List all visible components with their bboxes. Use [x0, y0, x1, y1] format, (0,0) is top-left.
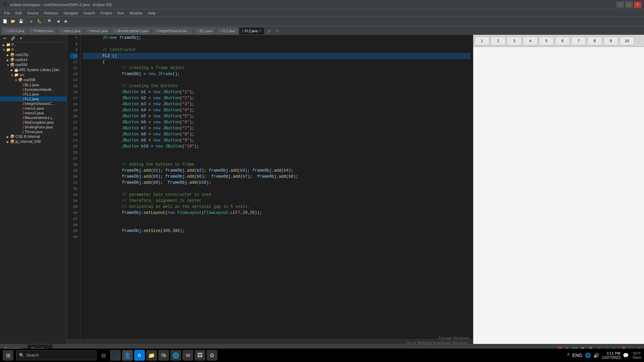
sidebar-item-IntegerDivision[interactable]: JIntegerDivisionC... [0, 101, 67, 106]
sidebar-item-Throw[interactable]: JThrow.java [0, 129, 67, 134]
code-content[interactable]: JFrame frameObj; // constructor FL2 () {… [80, 35, 473, 339]
menu-window[interactable]: Window [127, 10, 145, 16]
sidebar-item-cse514[interactable]: ▶📦cse514 [0, 57, 67, 62]
code-editor[interactable]: 7 8 9 10 11 12 13 14 15 16 17 18 19 20 2… [67, 35, 473, 339]
sidebar-item-jre[interactable]: ▶☕ JRE System Library [Jav [0, 67, 67, 72]
num-btn-7[interactable]: 7 [571, 37, 586, 45]
tab-menu2[interactable]: J menu2.java [84, 27, 111, 35]
num-btn-8[interactable]: 8 [587, 37, 602, 45]
sidebar-item-Mouselistener1[interactable]: JMouselistener1.j... [0, 115, 67, 120]
close-button[interactable]: ✕ [634, 2, 641, 8]
sidebar-item-CSE-B-Internal[interactable]: ▶📦CSE B Internal [0, 134, 67, 139]
tab-LE514[interactable]: J LE514.java [1, 27, 27, 35]
new-button[interactable]: 📄 [1, 18, 9, 25]
java-file-icon: J [60, 29, 62, 33]
menu-edit[interactable]: Edit [13, 10, 24, 16]
debug-button[interactable]: 🐛 [36, 18, 43, 25]
menu-help[interactable]: Help [145, 10, 158, 16]
notification-icon[interactable]: 💬 [623, 353, 629, 358]
sidebar-item-MyException[interactable]: JMyException.java [0, 120, 67, 125]
sidebar-item-menu2[interactable]: Jmenu2.java [0, 111, 67, 115]
menu-search[interactable]: Search [81, 10, 98, 16]
menu-project[interactable]: Project [98, 10, 114, 16]
menu-run[interactable]: Run [115, 10, 127, 16]
volume-icon[interactable]: 🔊 [593, 353, 599, 358]
taskbar-search-bar[interactable]: 🔍 Search [16, 350, 97, 360]
back-button[interactable]: ◀ [54, 18, 62, 25]
sidebar-item-cse558-pkg[interactable]: ▼📦cse558 [0, 77, 67, 82]
chrome-icon[interactable]: 🌐 [170, 350, 181, 361]
num-btn-6[interactable]: 6 [555, 37, 570, 45]
sidebar-item-jp-internal-549[interactable]: ▶📦jp_internal_549 [0, 139, 67, 144]
java-file-icon: J [114, 29, 116, 33]
tab-scroll-right[interactable]: ▷ [266, 27, 273, 35]
network-icon[interactable]: 🌐 [585, 353, 591, 358]
sidebar-item-p1[interactable]: ▶📁P... [0, 42, 67, 47]
sidebar-item-SmilingFace[interactable]: JSmilingFace.java [0, 125, 67, 129]
search-btn[interactable]: 🔍 [46, 18, 54, 25]
java-file-icon: J [219, 29, 221, 33]
num-btn-5[interactable]: 5 [539, 37, 554, 45]
num-btn-4[interactable]: 4 [523, 37, 538, 45]
menu-source[interactable]: Source [24, 10, 42, 16]
task-view-button[interactable]: ⊟ [98, 350, 109, 361]
tab-FL2[interactable]: J FL2.java ✕ [239, 27, 265, 35]
activate-windows-notice: Activate Windows Go to Settings to activ… [406, 336, 470, 345]
tab-Problem[interactable]: J Problem.java [28, 27, 56, 35]
run-button[interactable]: ▶ [28, 18, 35, 25]
sidebar-item-p2[interactable]: ▼📁P... [0, 47, 67, 52]
menu-file[interactable]: File [1, 10, 13, 16]
start-button[interactable]: ⊞ [3, 350, 13, 361]
tab-BL1[interactable]: J BL1.java [194, 27, 216, 35]
tab-MouseListener1[interactable]: J MouseListener1.java [111, 27, 151, 35]
sidebar-item-menu1[interactable]: Jmenu1.java [0, 106, 67, 111]
minimize-button[interactable]: ─ [616, 2, 624, 8]
link-with-editor-icon[interactable]: 🔗 [9, 35, 17, 42]
eclipse-taskbar-icon[interactable]: 🌑 [110, 350, 121, 361]
tab-label: FL1.java [222, 29, 235, 33]
sidebar-item-ExceptionHandli[interactable]: JExceptionHandli... [0, 87, 67, 92]
num-btn-2[interactable]: 2 [491, 37, 505, 45]
save-button[interactable]: 💾 [17, 18, 25, 25]
num-btn-9[interactable]: 9 [603, 37, 618, 45]
java-file-icon: J [87, 29, 89, 33]
sidebar-item-FL1[interactable]: JFL1.java [0, 92, 67, 97]
tab-FL1[interactable]: J FL1.java [216, 27, 238, 35]
code-line-8 [83, 41, 470, 47]
sidebar-item-cse225j[interactable]: ▶📦cse225j [0, 52, 67, 57]
sidebar-menu-icon[interactable]: ▾ [17, 35, 25, 42]
maximize-editor-btn[interactable]: □ [273, 27, 281, 35]
code-line-21: JButton b6 = new JButton("6"); [83, 119, 470, 125]
num-btn-3[interactable]: 3 [507, 37, 522, 45]
tab-IntegerDivision[interactable]: J IntegerDivisionCalc... [152, 27, 193, 35]
sidebar-item-BL1[interactable]: JBL1.java [0, 82, 67, 87]
chevron-up-icon[interactable]: ^ [567, 353, 570, 358]
sidebar-item-FL2[interactable]: JFL2.java [0, 97, 67, 101]
tab-menu1[interactable]: J menu1.java [57, 27, 84, 35]
tab-close-icon[interactable]: ✕ [259, 29, 262, 33]
tab-label: FL2.java [245, 29, 258, 33]
num-btn-10[interactable]: 10 [620, 37, 634, 45]
collapse-all-icon[interactable]: ⇤ [1, 35, 9, 42]
mail-icon[interactable]: ✉ [182, 350, 193, 361]
system-clock[interactable]: 3:11 PM 12/27/2023 [602, 351, 620, 359]
code-line-9: // constructor [83, 47, 470, 53]
menu-refactor[interactable]: Refactor [42, 10, 61, 16]
code-line-32 [83, 186, 470, 192]
main-content: ⇤ 🔗 ▾ ▶📁P... ▼📁P... ▶📦cse225j ▶📦cse514 ▼… [0, 35, 644, 344]
edge-icon[interactable]: e [134, 350, 145, 361]
photos-icon[interactable]: 🖼 [195, 350, 205, 361]
tab-label: LE514.java [7, 29, 24, 33]
settings-icon[interactable]: ⚙ [207, 350, 217, 361]
tab-label: menu2.java [90, 29, 108, 33]
folder-taskbar-icon[interactable]: 📁 [146, 350, 157, 361]
sidebar-item-src[interactable]: ▼📁src [0, 72, 67, 77]
num-btn-1[interactable]: 1 [475, 37, 489, 45]
store-icon[interactable]: 🛍 [158, 350, 169, 361]
people-icon[interactable]: 👤 [122, 350, 133, 361]
sidebar-item-cse558[interactable]: ▼📦cse558 [0, 62, 67, 67]
forward-button[interactable]: ▶ [62, 18, 70, 25]
menu-navigate[interactable]: Navigate [61, 10, 80, 16]
open-button[interactable]: 📂 [9, 18, 17, 25]
maximize-button[interactable]: □ [625, 2, 633, 8]
